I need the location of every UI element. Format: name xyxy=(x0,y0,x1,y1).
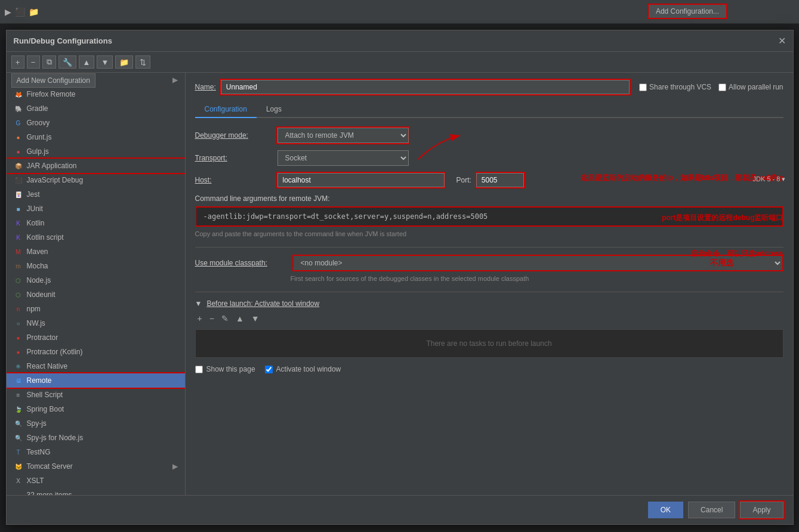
apply-button[interactable]: Apply xyxy=(740,502,783,518)
collapse-arrow[interactable]: ▼ xyxy=(195,299,202,308)
folder-button[interactable]: 📁 xyxy=(115,55,133,69)
remote-label: Remote xyxy=(27,376,52,385)
sidebar-item-spring-boot[interactable]: 🍃Spring Boot xyxy=(7,402,185,416)
protractor-kotlin-label: Protractor (Kotlin) xyxy=(27,348,83,356)
sort-button[interactable]: ⇅ xyxy=(135,55,150,69)
testng-icon: T xyxy=(14,447,23,457)
share-vcs-checkbox[interactable] xyxy=(639,83,647,91)
show-page-checkbox[interactable] xyxy=(195,366,203,373)
remove-config-button[interactable]: − xyxy=(27,55,40,69)
sidebar-item-more-items[interactable]: 32 more items... xyxy=(7,488,185,495)
sidebar-item-react-native[interactable]: ⚛React Native xyxy=(7,359,185,373)
name-label: Name: xyxy=(195,83,216,91)
copy-config-button[interactable]: ⧉ xyxy=(42,55,56,69)
sidebar-item-nodeunit[interactable]: ⬡Nodeunit xyxy=(7,287,185,302)
bl-edit-button[interactable]: ✎ xyxy=(219,313,231,324)
javascript-debug-label: JavaScript Debug xyxy=(27,176,84,184)
allow-parallel-label: Allow parallel run xyxy=(718,83,783,91)
allow-parallel-checkbox[interactable] xyxy=(718,83,726,91)
move-down-button[interactable]: ▼ xyxy=(97,55,113,69)
sidebar-item-gradle[interactable]: 🐘Gradle xyxy=(7,101,185,116)
sidebar-item-junit[interactable]: ■JUnit xyxy=(7,202,185,216)
sidebar-item-mocha[interactable]: mMocha xyxy=(7,259,185,273)
sidebar-item-groovy[interactable]: GGroovy xyxy=(7,116,185,130)
annotation-command: 启动命令，可以只改address xyxy=(691,249,783,259)
sidebar-item-jar-application[interactable]: 📦JAR Application xyxy=(7,159,185,173)
tab-configuration[interactable]: Configuration xyxy=(195,101,257,118)
sidebar-item-spy-js[interactable]: 🔍Spy-js xyxy=(7,416,185,431)
sidebar-item-protractor-kotlin[interactable]: ●Protractor (Kotlin) xyxy=(7,345,185,359)
groovy-label: Groovy xyxy=(27,119,50,127)
bl-add-button[interactable]: + xyxy=(195,313,205,324)
groovy-icon: G xyxy=(14,118,23,128)
transport-select[interactable]: Socket Shared memory xyxy=(277,150,409,166)
sidebar-item-spy-js-node[interactable]: 🔍Spy-js for Node.js xyxy=(7,431,185,445)
sidebar-item-shell-script[interactable]: ≡Shell Script xyxy=(7,388,185,402)
dialog-title: Run/Debug Configurations xyxy=(14,36,112,45)
cancel-button[interactable]: Cancel xyxy=(688,502,735,518)
bottom-checkboxes: Show this page Activate tool window xyxy=(195,365,783,373)
command-line-label: Command line arguments for remote JVM: xyxy=(195,194,783,203)
bl-remove-button[interactable]: − xyxy=(207,313,217,324)
mocha-icon: m xyxy=(14,261,23,271)
sidebar-item-firefox-remote[interactable]: 🦊Firefox Remote xyxy=(7,87,185,101)
protractor-icon: ● xyxy=(14,333,23,342)
jar-application-icon: 📦 xyxy=(14,161,23,171)
sidebar-item-kotlin[interactable]: KKotlin xyxy=(7,216,185,230)
jdk-badge[interactable]: JDK 5 - 8 ▾ xyxy=(753,175,786,183)
sidebar-item-testng[interactable]: TTestNG xyxy=(7,445,185,459)
jest-label: Jest xyxy=(27,190,40,199)
kotlin-script-icon: K xyxy=(14,233,23,242)
debugger-mode-select[interactable]: Attach to remote JVM Listen to remote JV… xyxy=(277,128,409,143)
ok-button[interactable]: OK xyxy=(648,502,683,518)
remote-icon: 🖥 xyxy=(14,376,23,385)
sidebar-item-npm[interactable]: nnpm xyxy=(7,302,185,316)
run-debug-configurations-dialog: Run/Debug Configurations ✕ + − ⧉ 🔧 ▲ ▼ 📁… xyxy=(6,30,794,525)
sidebar-item-protractor[interactable]: ●Protractor xyxy=(7,330,185,345)
gruntjs-label: Grunt.js xyxy=(27,133,52,141)
bl-up-button[interactable]: ▲ xyxy=(233,313,246,324)
sidebar-item-tomcat-server[interactable]: 🐱Tomcat Server▶ xyxy=(7,459,185,474)
firefox-remote-label: Firefox Remote xyxy=(27,90,76,98)
move-up-button[interactable]: ▲ xyxy=(79,55,95,69)
bl-down-button[interactable]: ▼ xyxy=(249,313,262,324)
port-input[interactable] xyxy=(476,173,524,187)
sidebar-item-gruntjs[interactable]: ●Grunt.js xyxy=(7,130,185,144)
kotlin-icon: K xyxy=(14,218,23,228)
gradle-icon: 🐘 xyxy=(14,104,23,113)
settings-button[interactable]: 🔧 xyxy=(58,55,76,69)
jest-icon: 🃏 xyxy=(14,190,23,199)
maven-label: Maven xyxy=(27,248,48,256)
sidebar-item-xslt[interactable]: XXSLT xyxy=(7,474,185,488)
transport-row: Transport: Socket Shared memory xyxy=(195,150,783,166)
config-list-panel: 🐳Docker▶🦊Firefox Remote🐘GradleGGroovy●Gr… xyxy=(7,73,186,495)
name-input[interactable] xyxy=(221,80,630,94)
spy-js-label: Spy-js xyxy=(27,419,47,428)
tomcat-server-label: Tomcat Server xyxy=(27,462,73,471)
dialog-close-button[interactable]: ✕ xyxy=(778,35,786,47)
npm-icon: n xyxy=(14,304,23,314)
sidebar-item-nodejs[interactable]: ⬡Node.js xyxy=(7,273,185,287)
host-input[interactable] xyxy=(277,173,445,187)
show-page-label: Show this page xyxy=(195,365,255,373)
spring-boot-label: Spring Boot xyxy=(27,405,64,413)
sidebar-item-maven[interactable]: MMaven xyxy=(7,245,185,259)
sidebar-item-gulpjs[interactable]: ●Gulp.js xyxy=(7,144,185,159)
dialog-body: 🐳Docker▶🦊Firefox Remote🐘GradleGGroovy●Gr… xyxy=(7,73,793,495)
activate-tool-window-checkbox[interactable] xyxy=(265,366,273,373)
react-native-icon: ⚛ xyxy=(14,361,23,371)
spring-boot-icon: 🍃 xyxy=(14,404,23,414)
sidebar-item-kotlin-script[interactable]: KKotlin script xyxy=(7,230,185,245)
sidebar-item-remote[interactable]: 🖥Remote xyxy=(7,373,185,388)
tabs-bar: Configuration Logs xyxy=(195,101,783,118)
nodeunit-icon: ⬡ xyxy=(14,290,23,299)
tab-logs[interactable]: Logs xyxy=(257,101,291,118)
sidebar-item-javascript-debug[interactable]: ⬛JavaScript Debug xyxy=(7,173,185,187)
sidebar-item-nwjs[interactable]: ○NW.js xyxy=(7,316,185,330)
add-configuration-button[interactable]: Add Configuration... xyxy=(647,4,727,19)
npm-label: npm xyxy=(27,305,41,313)
junit-icon: ■ xyxy=(14,204,23,214)
add-config-toolbar-button[interactable]: + xyxy=(11,55,24,69)
nwjs-label: NW.js xyxy=(27,319,45,327)
sidebar-item-jest[interactable]: 🃏Jest xyxy=(7,187,185,202)
